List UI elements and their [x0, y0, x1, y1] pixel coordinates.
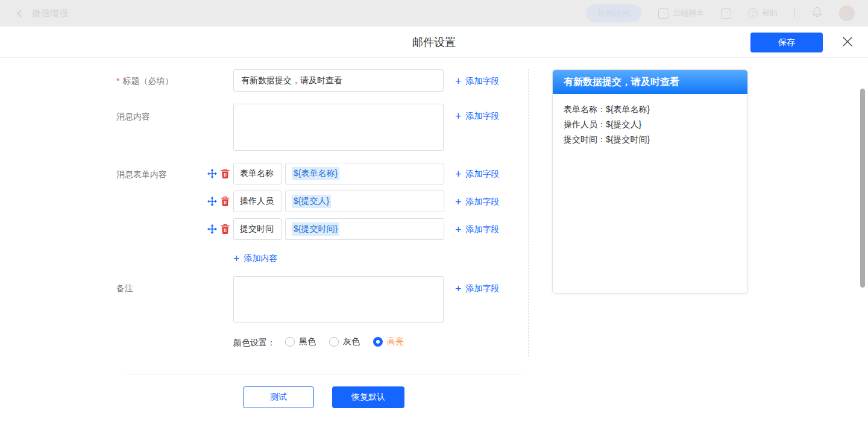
add-field-link-title[interactable]: + 添加字段 [455, 76, 500, 87]
backend-script-button: 后端脚本 [658, 8, 704, 19]
field-token: ${表单名称} [292, 167, 339, 180]
trash-icon[interactable] [220, 169, 230, 178]
user-avatar [839, 5, 855, 21]
preview-line: 提交时间：${提交时间} [564, 132, 737, 147]
row-name-input[interactable] [233, 218, 281, 240]
footer-divider [124, 374, 523, 374]
radio-gray[interactable]: 灰色 [329, 336, 360, 347]
plus-icon: + [455, 285, 462, 293]
radio-checked-icon [373, 337, 383, 347]
close-icon[interactable] [841, 36, 854, 48]
radio-icon [329, 337, 339, 347]
add-field-link-message[interactable]: + 添加字段 [455, 111, 500, 122]
row-token-input[interactable]: ${提交人} [285, 191, 444, 212]
add-field-link-row2[interactable]: + 添加字段 [455, 197, 500, 207]
title-input[interactable] [233, 69, 444, 92]
table-section-label: 消息表单内容 [116, 169, 167, 180]
plus-icon: + [455, 225, 462, 234]
topbar-dimmed-content: 微信增强 应用访问 后端脚本 ? 帮助 [0, 0, 868, 27]
question-icon: ? [748, 8, 758, 18]
topbar-actions: 应用访问 后端脚本 ? 帮助 [586, 4, 855, 22]
row-name-input[interactable] [233, 191, 281, 212]
message-field-label: 消息内容 [116, 112, 150, 122]
preview-line: 表单名称：${表单名称} [564, 102, 737, 117]
plus-icon: + [455, 198, 462, 206]
field-token: ${提交人} [292, 195, 331, 208]
section-dashed-divider [528, 69, 529, 357]
plus-icon: + [233, 254, 240, 263]
plus-icon: + [455, 112, 462, 121]
email-settings-modal: 邮件设置 保存 *标题（必填） + 添加字段 消息内容 + 添加字段 消息表单内… [0, 27, 868, 422]
move-icon[interactable] [207, 197, 217, 206]
title-field-label: *标题（必填） [116, 76, 173, 87]
bell-icon [812, 7, 822, 20]
trash-icon[interactable] [220, 197, 230, 206]
plus-icon: + [455, 77, 462, 86]
required-asterisk: * [116, 76, 119, 86]
add-content-link[interactable]: + 添加内容 [233, 253, 278, 264]
row-token-input[interactable]: ${提交时间} [285, 218, 444, 240]
script-icon [658, 8, 668, 19]
reset-default-button[interactable]: 恢复默认 [332, 386, 404, 408]
help-button: ? 帮助 [748, 8, 778, 19]
row-name-input[interactable] [233, 163, 281, 184]
preview-header: 有新数据提交，请及时查看 [553, 70, 747, 94]
move-icon[interactable] [207, 169, 217, 178]
vertical-scrollbar-thumb[interactable] [860, 89, 865, 288]
add-field-link-row3[interactable]: + 添加字段 [455, 224, 500, 235]
app-breadcrumb-title: 微信增强 [32, 8, 68, 19]
message-textarea[interactable] [233, 104, 444, 151]
app-access-pill-button: 应用访问 [586, 4, 641, 22]
remark-textarea[interactable] [233, 276, 444, 323]
modal-header: 邮件设置 保存 [0, 27, 868, 58]
radio-highlight[interactable]: 高亮 [373, 336, 404, 347]
app-topbar: 微信增强 应用访问 后端脚本 ? 帮助 [0, 0, 868, 27]
save-button[interactable]: 保存 [750, 33, 823, 52]
add-field-link-remark[interactable]: + 添加字段 [455, 283, 500, 294]
color-setting-label: 颜色设置： [233, 338, 275, 348]
row-token-input[interactable]: ${表单名称} [285, 163, 444, 184]
remark-field-label: 备注 [116, 283, 133, 294]
preview-body: 表单名称：${表单名称} 操作人员：${提交人} 提交时间：${提交时间} [553, 94, 747, 147]
email-preview-card: 有新数据提交，请及时查看 表单名称：${表单名称} 操作人员：${提交人} 提交… [552, 69, 748, 294]
preview-line: 操作人员：${提交人} [564, 117, 737, 132]
topbar-divider [794, 8, 795, 18]
modal-title: 邮件设置 [0, 27, 868, 58]
code-icon [721, 8, 731, 19]
back-chevron-icon [17, 10, 25, 17]
field-token: ${提交时间} [292, 222, 339, 236]
trash-icon[interactable] [220, 224, 230, 234]
radio-icon [285, 337, 295, 347]
plus-icon: + [455, 170, 462, 178]
move-icon[interactable] [207, 224, 217, 234]
test-button[interactable]: 测试 [243, 386, 314, 408]
add-field-link-row1[interactable]: + 添加字段 [455, 169, 500, 180]
radio-black[interactable]: 黑色 [285, 336, 316, 347]
